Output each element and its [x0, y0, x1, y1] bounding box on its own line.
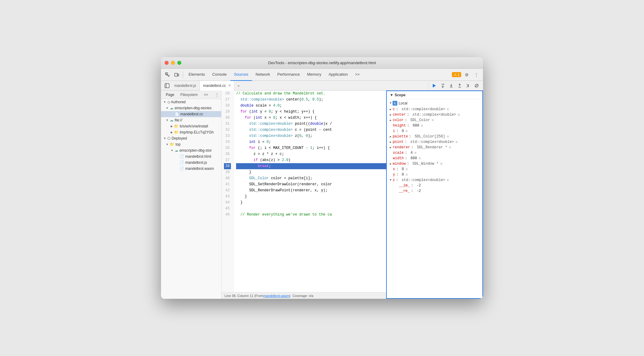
mandelbrot-js-node[interactable]: 📄 mandelbrot.js [161, 160, 221, 166]
tab-application[interactable]: Application [325, 69, 352, 81]
code-line-29: for (int y = 0; y < height; y++) { [236, 109, 386, 115]
scope-item-color[interactable]: ▶ color: SDL_Color⊞ [387, 117, 482, 123]
authored-section[interactable]: ▼ ◇ Authored [161, 99, 221, 105]
inspect-icon[interactable] [163, 71, 172, 79]
tab-list: Elements Console Sources Network Perform… [185, 69, 451, 81]
file-cloud-icon: ☁ [170, 118, 173, 122]
file-tab-mandelbtotjs[interactable]: mandelbrot.js [171, 81, 199, 91]
maximize-button[interactable] [177, 61, 181, 65]
mandelbrot-cc-node[interactable]: 📄 mandelbrot.cc [161, 111, 221, 117]
sidebar-menu-icon[interactable]: ⋮ [215, 93, 219, 97]
scope-item-im: __im_: -2 [387, 183, 482, 188]
file-tab-close-icon[interactable]: ✕ [228, 84, 231, 87]
tab-more[interactable]: >> [351, 69, 363, 81]
code-lines[interactable]: // Calculate and draw the Mandelbrot set… [234, 91, 386, 292]
file-tab-mandelbrotcc[interactable]: mandelbrot.cc ✕ [200, 81, 234, 91]
mandelbrot-wasm-node[interactable]: 📄 mandelbrot.wasm [161, 166, 221, 172]
step-button[interactable] [464, 82, 472, 90]
svg-rect-1 [175, 73, 177, 76]
scope-local-section: ▼ L Local ▶ c: std::complex<double>⊞ ▶ c… [387, 99, 482, 194]
emscripten-cloud-label: emscripten-dbg-stories [175, 106, 212, 110]
svg-marker-5 [433, 84, 436, 87]
code-panel: 26 27 28 29 30 31 32 33 34 35 36 37 38 3… [222, 91, 386, 299]
authored-label: ◇ Authored [167, 100, 186, 104]
deactivate-breakpoints-button[interactable] [473, 82, 481, 90]
scope-local-label: Local [399, 101, 407, 105]
step-out-button[interactable] [456, 82, 464, 90]
scope-item-center[interactable]: ▶ center: std::complex<double>⊞ [387, 112, 482, 117]
device-toggle-icon[interactable] [172, 71, 181, 79]
height-prop-icon: ⊞ [421, 124, 423, 127]
tab-performance[interactable]: Performance [274, 69, 303, 81]
c-expand: ▶ [390, 108, 391, 111]
line-num-41: 41 [224, 181, 231, 187]
install-node[interactable]: ▶ 📁 b/s/w/ir/x/w/install [161, 123, 221, 129]
devtools-window: DevTools - emscripten-dbg-stories.netlif… [161, 57, 483, 299]
step-into-button[interactable] [447, 82, 455, 90]
code-line-46: // Render everything we've drawn to the … [236, 212, 386, 218]
devtools-body: mandelbrot.js mandelbrot.cc ✕ » [161, 81, 483, 299]
resume-button[interactable] [430, 82, 438, 90]
scope-local-header[interactable]: ▼ L Local [387, 100, 482, 107]
code-line-43: } [236, 193, 386, 199]
sidebar-toolbar: Page Filesystem >> ⋮ [161, 91, 221, 99]
center-expand: ▶ [390, 113, 391, 117]
deployed-triangle: ▼ [163, 137, 166, 140]
line-num-27: 27 [224, 97, 231, 103]
code-line-42: SDL_RenderDrawPoint(renderer, x, y); [236, 187, 386, 193]
settings-icon[interactable]: ⚙ [462, 71, 471, 79]
status-source-link[interactable]: mandelbrot.wasm [263, 294, 290, 298]
tab-network[interactable]: Network [252, 69, 274, 81]
mandelbrot-html-node[interactable]: 📄 mandelbrot.html [161, 153, 221, 160]
tmp-label: tmp/tmp.ELcTq2YGh [180, 130, 214, 134]
code-line-41: SDL_SetRenderDrawColor(renderer, color [236, 181, 386, 187]
tab-sources[interactable]: Sources [230, 69, 252, 81]
c-prop-icon: ⊞ [447, 107, 449, 111]
deployed-cloud-node[interactable]: ▼ ☁ emscripten-dbg-stor [161, 147, 221, 153]
deployed-section[interactable]: ▼ ⬡ Deployed [161, 135, 221, 141]
code-line-27: std::complex<double> center(0.5, 0.5); [236, 97, 386, 103]
emscripten-cloud-node[interactable]: ▼ ☁ emscripten-dbg-stories [161, 105, 221, 111]
more-options-icon[interactable]: ⋮ [472, 71, 481, 79]
sidebar-tab-filesystem[interactable]: Filesystem [178, 91, 200, 99]
window-expand: ▶ [390, 162, 391, 166]
scope-item-renderer[interactable]: ▶ renderer: SDL_Renderer *⊞ [387, 145, 482, 150]
traffic-lights [165, 61, 181, 65]
scope-item-c[interactable]: ▶ c: std::complex<double>⊞ [387, 107, 482, 112]
panels: Page Filesystem >> ⋮ ▼ ◇ Authored ▼ ☁ [161, 91, 483, 299]
more-tabs-button[interactable]: » [235, 82, 242, 89]
tmp-node[interactable]: ▶ 📁 tmp/tmp.ELcTq2YGh [161, 129, 221, 135]
tab-elements[interactable]: Elements [185, 69, 209, 81]
titlebar: DevTools - emscripten-dbg-stories.netlif… [161, 57, 483, 69]
cloud-icon: ☁ [170, 106, 173, 110]
step-over-button[interactable] [439, 82, 447, 90]
file-protocol-node[interactable]: ▼ ☁ file:// [161, 117, 221, 123]
html-file-icon: 📄 [179, 154, 184, 159]
line-num-38[interactable]: 38 [224, 163, 231, 169]
z-prop-icon: ⊞ [447, 178, 449, 182]
sidebar-tab-page[interactable]: Page [163, 91, 177, 99]
warning-badge[interactable]: ⚠ 1 [452, 72, 461, 77]
scope-item-z[interactable]: ▼ z: std::complex<double>⊞ [387, 177, 482, 183]
file-protocol-label: file:// [175, 118, 182, 122]
scope-item-palette[interactable]: ▶ palette: SDL_Color[256]⊞ [387, 134, 482, 139]
line-num-30: 30 [224, 115, 231, 121]
scope-item-window[interactable]: ▶ window: SDL_Window *⊞ [387, 161, 482, 166]
tab-memory[interactable]: Memory [304, 69, 325, 81]
line-num-29: 29 [224, 109, 231, 115]
line-num-45: 45 [224, 206, 231, 212]
scope-item-point[interactable]: ▶ point: std::complex<double>⊞ [387, 139, 482, 145]
sidebar-tab-more[interactable]: >> [201, 91, 210, 99]
y-prop-icon: ⊞ [406, 173, 408, 176]
palette-expand: ▶ [390, 135, 391, 138]
install-label: b/s/w/ir/x/w/install [180, 124, 208, 128]
toggle-left-panel-button[interactable] [163, 82, 171, 89]
emscripten-triangle: ▼ [166, 107, 169, 110]
code-line-33: std::complex<double> z(0, 0); [236, 133, 386, 139]
file-cc-icon: 📄 [175, 112, 179, 116]
close-button[interactable] [165, 61, 169, 65]
top-node[interactable]: ▼ 📁 top [161, 141, 221, 147]
file-tab-js-label: mandelbrot.js [174, 84, 196, 88]
tab-console[interactable]: Console [209, 69, 230, 81]
minimize-button[interactable] [171, 61, 175, 65]
